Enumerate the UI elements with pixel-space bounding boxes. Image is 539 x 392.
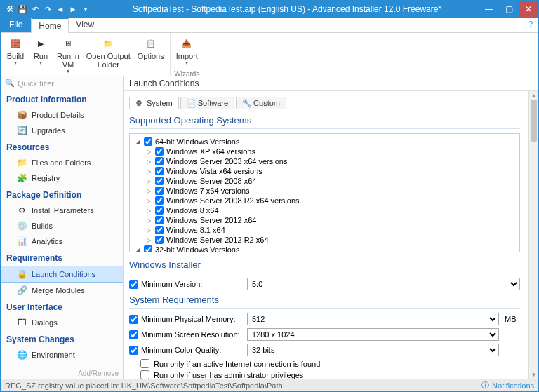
expand-icon[interactable]: ▷: [145, 188, 152, 194]
res-check[interactable]: [129, 330, 138, 339]
add-remove-link[interactable]: Add/Remove: [78, 370, 119, 377]
os-item[interactable]: ▷Windows Vista x64 versions: [134, 166, 515, 176]
tab-system[interactable]: ⚙System: [129, 97, 179, 109]
save-icon[interactable]: 💾: [18, 4, 27, 14]
os-check[interactable]: [155, 206, 164, 215]
min-version-label-row[interactable]: Minimum Version:: [129, 280, 241, 289]
res-select[interactable]: 1280 x 1024: [247, 328, 499, 341]
os-check[interactable]: [155, 226, 164, 234]
sidebar-item-dialogs[interactable]: 🗔Dialogs: [1, 315, 123, 330]
nav-system-changes[interactable]: System Changes: [1, 330, 123, 347]
sidebar-item-product-details[interactable]: 📦Product Details: [1, 107, 123, 123]
expand-icon[interactable]: ▷: [145, 227, 152, 234]
os-check[interactable]: [144, 137, 152, 146]
os-item[interactable]: ▷Windows Server 2003 x64 versions: [134, 156, 515, 166]
os-item[interactable]: ▷Windows Server 2012 x64: [134, 215, 515, 225]
admin-check[interactable]: [140, 370, 149, 379]
run-button[interactable]: ▶ Run ▾: [29, 34, 53, 68]
expand-icon[interactable]: ▷: [145, 158, 152, 165]
sidebar-item-upgrades[interactable]: 🔄Upgrades: [1, 123, 123, 138]
tab-custom[interactable]: 🔧Custom: [236, 97, 286, 109]
os-item[interactable]: ▷Windows 8.1 x64: [134, 225, 515, 235]
import-button[interactable]: 📥 Import ▾: [173, 34, 201, 68]
expand-icon[interactable]: ▷: [145, 198, 152, 204]
help-icon[interactable]: ?: [523, 18, 538, 32]
scroll-thumb[interactable]: [531, 100, 537, 142]
sidebar-item-launch-conditions[interactable]: 🔒Launch Conditions: [1, 266, 123, 283]
back-icon[interactable]: ◄: [55, 4, 65, 14]
redo-icon[interactable]: ↷: [43, 4, 53, 14]
scrollbar[interactable]: ▲ ▼: [528, 91, 538, 379]
os-check[interactable]: [155, 236, 164, 244]
sidebar-item-merge-modules[interactable]: 🔗Merge Modules: [1, 283, 123, 298]
os-item[interactable]: ▷Windows Server 2008 R2 x64 versions: [134, 196, 515, 205]
os-check[interactable]: [144, 245, 152, 252]
sidebar-item-analytics[interactable]: 📊Analytics: [1, 234, 123, 249]
forward-icon[interactable]: ►: [68, 4, 78, 14]
os-item[interactable]: ▷Windows XP x64 versions: [134, 147, 515, 156]
nav-product-information[interactable]: Product Information: [1, 90, 123, 107]
home-tab[interactable]: Home: [31, 18, 69, 33]
run-vm-button[interactable]: 🖥 Run in VM ▾: [54, 34, 82, 76]
mem-check[interactable]: [129, 315, 138, 324]
color-select[interactable]: 32 bits: [247, 344, 499, 356]
tab-software[interactable]: 📄Software: [180, 97, 234, 109]
software-tab-icon: 📄: [187, 99, 195, 107]
expand-icon[interactable]: ▷: [145, 168, 152, 175]
expand-icon[interactable]: ▷: [145, 178, 152, 184]
maximize-button[interactable]: ▢: [499, 1, 519, 18]
internet-row[interactable]: Run only if an active Internet connectio…: [140, 359, 520, 368]
os-check[interactable]: [155, 187, 164, 195]
color-row[interactable]: Minimum Color Quality:: [129, 346, 241, 355]
expand-icon[interactable]: ▷: [145, 149, 152, 155]
mem-select[interactable]: 512: [247, 313, 499, 325]
os-check[interactable]: [155, 196, 164, 205]
os-group-32[interactable]: ◢32-bit Windows Versions: [134, 245, 515, 252]
mem-row[interactable]: Minimum Physical Memory:: [129, 315, 241, 324]
nav-resources[interactable]: Resources: [1, 138, 123, 155]
minimize-button[interactable]: —: [479, 1, 499, 18]
os-check[interactable]: [155, 157, 164, 165]
color-check[interactable]: [129, 346, 138, 355]
collapse-icon[interactable]: ◢: [134, 139, 141, 145]
collapse-icon[interactable]: ◢: [134, 247, 141, 253]
expand-icon[interactable]: ▷: [145, 208, 152, 214]
close-button[interactable]: ✕: [519, 1, 538, 18]
qat-dropdown-icon[interactable]: ▾: [81, 4, 91, 14]
os-group-64[interactable]: ◢64-bit Windows Versions: [134, 137, 515, 147]
nav-user-interface[interactable]: User Interface: [1, 298, 123, 315]
os-item[interactable]: ▷Windows 7 x64 versions: [134, 186, 515, 196]
notifications-button[interactable]: ⓘNotifications: [481, 380, 534, 391]
os-item[interactable]: ▷Windows 8 x64: [134, 205, 515, 215]
internet-check[interactable]: [140, 359, 149, 368]
min-version-select[interactable]: 5.0: [247, 278, 520, 290]
os-check[interactable]: [155, 167, 164, 175]
view-tab[interactable]: View: [69, 18, 101, 32]
undo-icon[interactable]: ↶: [30, 4, 40, 14]
os-check[interactable]: [155, 147, 164, 156]
os-list[interactable]: ◢64-bit Windows Versions ▷Windows XP x64…: [129, 133, 520, 252]
os-item[interactable]: ▷Windows Server 2008 x64: [134, 176, 515, 186]
min-version-check[interactable]: [129, 280, 138, 289]
sidebar-item-install-parameters[interactable]: ⚙Install Parameters: [1, 203, 123, 218]
open-output-button[interactable]: 📁 Open Output Folder: [84, 34, 133, 70]
os-check[interactable]: [155, 216, 164, 224]
sidebar-item-registry[interactable]: 🧩Registry: [1, 170, 123, 186]
sidebar-item-builds[interactable]: 💿Builds: [1, 218, 123, 234]
res-row[interactable]: Minimum Screen Resolution:: [129, 330, 241, 339]
scroll-up-icon[interactable]: ▲: [529, 91, 538, 100]
scroll-down-icon[interactable]: ▼: [529, 370, 538, 379]
file-tab[interactable]: File: [1, 18, 31, 32]
sidebar-item-environment[interactable]: 🌐Environment: [1, 347, 123, 363]
nav-package-definition[interactable]: Package Definition: [1, 186, 123, 203]
expand-icon[interactable]: ▷: [145, 237, 152, 243]
admin-row[interactable]: Run only if user has administrator privi…: [140, 370, 520, 379]
build-button[interactable]: 🧱 Build ▾: [4, 34, 27, 68]
os-check[interactable]: [155, 177, 164, 185]
expand-icon[interactable]: ▷: [145, 217, 152, 224]
options-button[interactable]: 📋 Options: [135, 34, 167, 62]
os-item[interactable]: ▷Windows Server 2012 R2 x64: [134, 235, 515, 245]
quick-filter[interactable]: 🔍 Quick filter: [1, 76, 123, 90]
nav-requirements[interactable]: Requirements: [1, 249, 123, 266]
sidebar-item-files-folders[interactable]: 📁Files and Folders: [1, 155, 123, 170]
